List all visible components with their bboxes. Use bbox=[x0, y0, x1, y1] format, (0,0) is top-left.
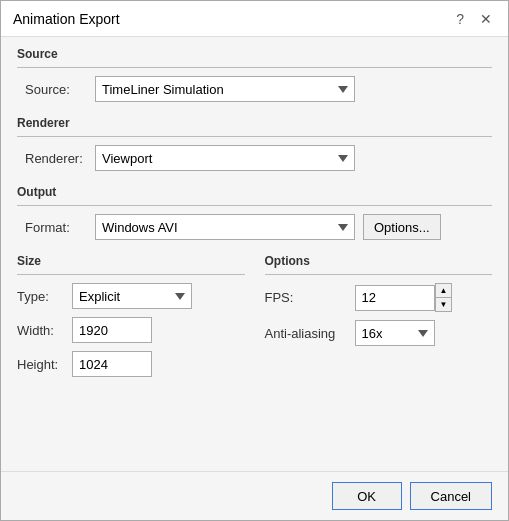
aa-field-row: Anti-aliasing 16x bbox=[265, 320, 493, 346]
source-select[interactable]: TimeLiner Simulation bbox=[95, 76, 355, 102]
dialog-body: Source Source: TimeLiner Simulation Rend… bbox=[1, 37, 508, 471]
output-section: Output Format: Windows AVI Options... bbox=[17, 185, 492, 248]
output-section-label: Output bbox=[17, 185, 492, 199]
fps-input[interactable] bbox=[355, 285, 435, 311]
height-label: Height: bbox=[17, 357, 72, 372]
width-input[interactable] bbox=[72, 317, 152, 343]
format-select[interactable]: Windows AVI bbox=[95, 214, 355, 240]
dialog-footer: OK Cancel bbox=[1, 471, 508, 520]
aa-label: Anti-aliasing bbox=[265, 326, 355, 341]
dialog-title: Animation Export bbox=[13, 11, 120, 27]
size-section-label: Size bbox=[17, 254, 245, 268]
renderer-field-row: Renderer: Viewport bbox=[17, 145, 492, 171]
help-button[interactable]: ? bbox=[452, 10, 468, 28]
output-field-row: Format: Windows AVI Options... bbox=[17, 214, 492, 240]
source-section-label: Source bbox=[17, 47, 492, 61]
bottom-columns: Size Type: Explicit Width: Height: bbox=[17, 254, 492, 461]
size-column: Size Type: Explicit Width: Height: bbox=[17, 254, 245, 461]
renderer-section-label: Renderer bbox=[17, 116, 492, 130]
type-select[interactable]: Explicit bbox=[72, 283, 192, 309]
type-field-row: Type: Explicit bbox=[17, 283, 245, 309]
options-column: Options FPS: ▲ ▼ Anti-aliasing bbox=[265, 254, 493, 461]
fps-increment-button[interactable]: ▲ bbox=[436, 284, 452, 297]
type-label: Type: bbox=[17, 289, 72, 304]
renderer-section: Renderer Renderer: Viewport bbox=[17, 116, 492, 179]
source-section: Source Source: TimeLiner Simulation bbox=[17, 47, 492, 110]
close-button[interactable]: ✕ bbox=[476, 10, 496, 28]
output-row: Windows AVI Options... bbox=[95, 214, 441, 240]
cancel-button[interactable]: Cancel bbox=[410, 482, 492, 510]
fps-spinner-buttons: ▲ ▼ bbox=[435, 283, 453, 312]
options-button[interactable]: Options... bbox=[363, 214, 441, 240]
title-bar-controls: ? ✕ bbox=[452, 10, 496, 28]
fps-decrement-button[interactable]: ▼ bbox=[436, 298, 452, 311]
source-label: Source: bbox=[25, 82, 95, 97]
width-label: Width: bbox=[17, 323, 72, 338]
renderer-divider bbox=[17, 136, 492, 137]
source-field-row: Source: TimeLiner Simulation bbox=[17, 76, 492, 102]
format-label: Format: bbox=[25, 220, 95, 235]
height-input[interactable] bbox=[72, 351, 152, 377]
fps-spinner: ▲ ▼ bbox=[355, 283, 453, 312]
height-field-row: Height: bbox=[17, 351, 245, 377]
renderer-select[interactable]: Viewport bbox=[95, 145, 355, 171]
renderer-label: Renderer: bbox=[25, 151, 95, 166]
output-divider bbox=[17, 205, 492, 206]
fps-label: FPS: bbox=[265, 290, 355, 305]
aa-select[interactable]: 16x bbox=[355, 320, 435, 346]
width-field-row: Width: bbox=[17, 317, 245, 343]
size-divider bbox=[17, 274, 245, 275]
ok-button[interactable]: OK bbox=[332, 482, 402, 510]
options-section-label: Options bbox=[265, 254, 493, 268]
title-bar: Animation Export ? ✕ bbox=[1, 1, 508, 37]
animation-export-dialog: Animation Export ? ✕ Source Source: Time… bbox=[0, 0, 509, 521]
source-divider bbox=[17, 67, 492, 68]
options-divider bbox=[265, 274, 493, 275]
fps-field-row: FPS: ▲ ▼ bbox=[265, 283, 493, 312]
